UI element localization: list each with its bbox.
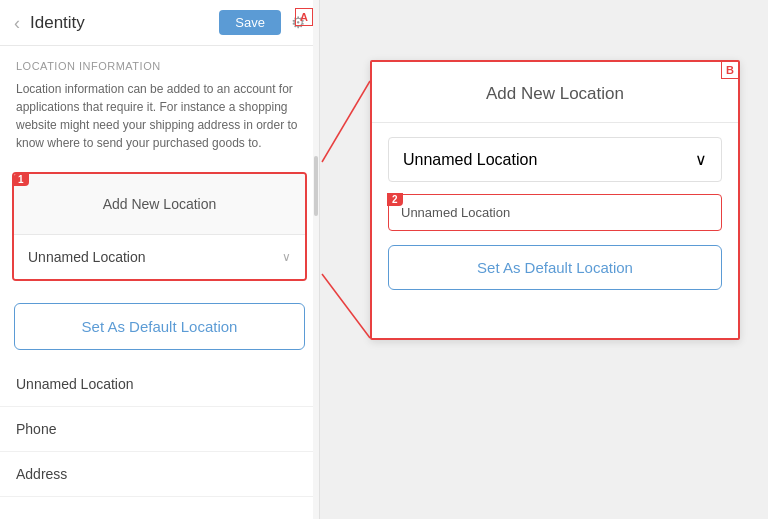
right-dropdown-label: Unnamed Location [403,151,537,169]
section-description: Location information can be added to an … [16,80,303,152]
page-title: Identity [30,13,209,33]
svg-line-0 [322,81,370,162]
phone-item: Phone [0,407,319,452]
right-set-default-button[interactable]: Set As Default Location [388,245,722,290]
scrollbar-thumb[interactable] [314,156,318,216]
right-panel-title: Add New Location [372,62,738,123]
location-box-1: 1 Add New Location Unnamed Location ∨ [12,172,307,281]
right-chevron-icon: ∨ [695,150,707,169]
unnamed-location-dropdown[interactable]: Unnamed Location ∨ [14,235,305,279]
box2-number: 2 [387,193,403,206]
box2-wrap: 2 [388,194,722,245]
svg-line-1 [322,274,370,338]
annotation-a: A [295,8,313,26]
set-default-location-button[interactable]: Set As Default Location [14,303,305,350]
unnamed-location-input[interactable] [388,194,722,231]
back-button[interactable]: ‹ [14,14,20,32]
save-button[interactable]: Save [219,10,281,35]
right-unnamed-dropdown[interactable]: Unnamed Location ∨ [388,137,722,182]
dropdown-label-text: Unnamed Location [28,249,146,265]
right-panel-body: Unnamed Location ∨ 2 Set As Default Loca… [372,123,738,304]
annotation-b: B [721,61,739,79]
right-panel-zoom: B Add New Location Unnamed Location ∨ 2 … [370,60,740,340]
left-panel: ‹ Identity Save ⚙ A Location Information… [0,0,320,519]
scrollbar-track [313,0,319,519]
header: ‹ Identity Save ⚙ A [0,0,319,46]
back-icon: ‹ [14,13,20,33]
chevron-down-icon: ∨ [282,250,291,264]
location-info-section: Location Information Location informatio… [0,46,319,162]
add-new-location-button[interactable]: Add New Location [14,174,305,235]
unnamed-location-item: Unnamed Location [0,362,319,407]
address-item: Address [0,452,319,497]
section-label: Location Information [16,60,303,72]
box1-number: 1 [13,173,29,186]
